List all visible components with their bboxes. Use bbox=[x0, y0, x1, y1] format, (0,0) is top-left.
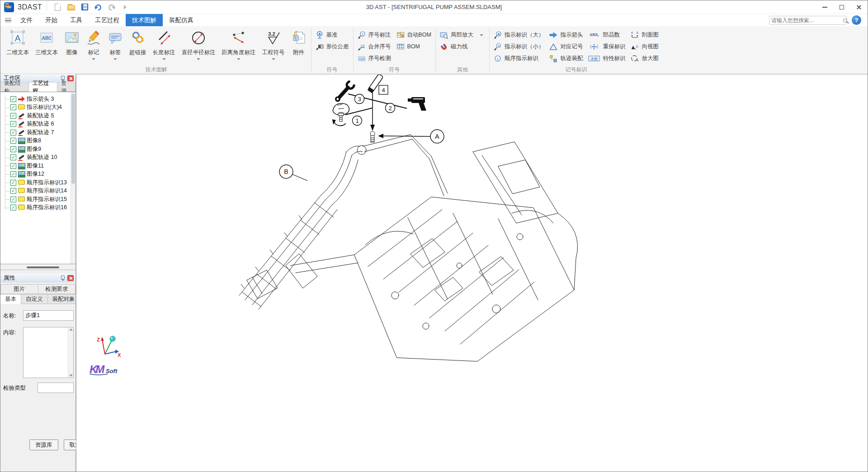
tree-item-checkbox[interactable] bbox=[10, 180, 16, 186]
tree-item-checkbox[interactable] bbox=[10, 96, 16, 102]
image-button[interactable]: 图像 bbox=[61, 27, 83, 56]
track-assembly-button[interactable]: 轨迹装配 bbox=[547, 52, 585, 64]
name-input[interactable] bbox=[23, 310, 74, 321]
tree-item-checkbox[interactable] bbox=[10, 138, 16, 144]
properties-close-button[interactable] bbox=[67, 275, 74, 281]
open-file-button[interactable] bbox=[65, 2, 77, 13]
viewport-canvas[interactable]: 3 4 2 1 A B bbox=[76, 74, 868, 472]
dropdown-caret[interactable] bbox=[113, 58, 117, 60]
tree-item-checkbox[interactable] bbox=[10, 130, 16, 136]
menu-tab[interactable]: 装配仿真 bbox=[163, 14, 200, 26]
workspace-tab[interactable]: 资源 bbox=[57, 83, 75, 91]
pin-icon[interactable] bbox=[60, 75, 65, 81]
tree-item-checkbox[interactable] bbox=[10, 196, 16, 202]
new-file-button[interactable] bbox=[52, 2, 63, 13]
tree-item-checkbox[interactable] bbox=[10, 113, 16, 119]
tab-picture[interactable]: 图片 bbox=[0, 284, 38, 294]
menu-tab[interactable]: 工艺过程 bbox=[89, 14, 126, 26]
sequence-indicator-button[interactable]: 1 顺序指示标识 bbox=[491, 52, 547, 64]
tree-item[interactable]: 顺序指示标识14 bbox=[1, 187, 75, 196]
dropdown-caret[interactable] bbox=[92, 58, 95, 60]
tree-item-checkbox[interactable] bbox=[10, 163, 16, 169]
part-count-button[interactable]: XR/L 部品数 bbox=[585, 29, 628, 41]
tree-item-checkbox[interactable] bbox=[10, 154, 16, 160]
scrollbar-thumb[interactable] bbox=[27, 266, 59, 268]
length-dimension-button[interactable]: 长度标注 bbox=[150, 27, 179, 60]
tree-item[interactable]: 图像8 bbox=[1, 137, 75, 145]
balloon-check-button[interactable]: 123 序号检测 bbox=[355, 52, 394, 64]
magnet-line-button[interactable]: 磁力线 bbox=[437, 41, 486, 52]
balloon-B[interactable]: B bbox=[279, 165, 293, 178]
quickbar-more-button[interactable] bbox=[119, 2, 131, 13]
menu-tab[interactable]: 技术图解 bbox=[126, 14, 163, 26]
tree-item[interactable]: 图像12 bbox=[1, 170, 75, 179]
minimize-button[interactable] bbox=[816, 0, 833, 14]
tree-item[interactable]: 装配轨迹 7 bbox=[1, 128, 75, 137]
balloon-3[interactable]: 3 bbox=[355, 94, 364, 104]
text2d-button[interactable]: A 二维文本 bbox=[3, 27, 32, 56]
balloon-1[interactable]: 1 bbox=[353, 116, 362, 126]
tab-basic[interactable]: 基本 bbox=[0, 294, 21, 304]
tree-item-checkbox[interactable] bbox=[10, 171, 16, 177]
local-zoom-button[interactable]: 局部放大 bbox=[437, 29, 486, 41]
balloon-A[interactable]: A bbox=[430, 130, 444, 143]
tab-assembly-object[interactable]: 装配对象 bbox=[48, 294, 76, 304]
check-type-input[interactable] bbox=[38, 383, 74, 393]
heavy-insurance-mark-button[interactable]: 重保标识 bbox=[585, 41, 628, 52]
dropdown-caret[interactable] bbox=[480, 34, 483, 36]
engineering-symbol-button[interactable]: 3.2 工程符号 bbox=[259, 27, 288, 60]
text3d-button[interactable]: ABC 三维文本 bbox=[32, 27, 61, 56]
search-icon[interactable] bbox=[843, 19, 847, 23]
scroll-up-icon[interactable] bbox=[69, 328, 73, 331]
characteristic-mark-button[interactable]: 水密 特性标识 bbox=[585, 52, 628, 64]
tree-item-checkbox[interactable] bbox=[10, 188, 16, 194]
menu-tab[interactable]: 工具 bbox=[64, 14, 89, 26]
textarea-scrollbar[interactable] bbox=[68, 327, 73, 378]
scrollbar-thumb[interactable] bbox=[71, 93, 75, 184]
tree-horizontal-scrollbar[interactable] bbox=[0, 264, 75, 270]
indicator-mark-large-button[interactable]: A 指示标识（大） bbox=[491, 29, 547, 41]
balloon-2[interactable]: 2 bbox=[386, 103, 395, 113]
mark-button[interactable]: 标记 bbox=[83, 27, 104, 60]
tree-item[interactable]: 装配轨迹 5 bbox=[1, 112, 75, 120]
hyperlink-button[interactable]: 超链接 bbox=[126, 27, 150, 56]
help-button[interactable]: ? bbox=[852, 15, 861, 25]
correspondence-mark-button[interactable]: 对应记号 bbox=[547, 41, 585, 52]
enlarged-view-button[interactable]: A 放大图 bbox=[628, 52, 661, 64]
bom-button[interactable]: BOM bbox=[394, 41, 434, 52]
save-button[interactable] bbox=[79, 2, 90, 13]
tree-item[interactable]: 顺序指示标识16 bbox=[1, 204, 75, 212]
close-button[interactable] bbox=[850, 0, 868, 14]
scroll-down-icon[interactable] bbox=[69, 374, 73, 377]
tree-item[interactable]: 装配轨迹 6 bbox=[1, 120, 75, 129]
tree-vertical-scrollbar[interactable] bbox=[71, 92, 75, 264]
search-input[interactable] bbox=[769, 17, 843, 23]
attachment-button[interactable]: 附件 bbox=[288, 27, 310, 56]
merge-balloon-button[interactable]: 12 合并序号 bbox=[355, 41, 394, 52]
pin-icon[interactable] bbox=[60, 275, 65, 281]
tree-item[interactable]: 指示标识(大)4 bbox=[1, 103, 75, 112]
tree-item[interactable]: 顺序指示标识13 bbox=[1, 178, 75, 187]
search-box[interactable] bbox=[769, 16, 847, 25]
maximize-button[interactable] bbox=[833, 0, 850, 14]
dropdown-caret[interactable] bbox=[272, 58, 275, 60]
tree-item[interactable]: 图像9 bbox=[1, 145, 75, 154]
hamburger-icon[interactable] bbox=[5, 18, 11, 22]
menu-tab[interactable]: 开始 bbox=[39, 14, 64, 26]
workspace-tab[interactable]: 工艺过程 bbox=[29, 83, 57, 92]
tab-inspection-requirements[interactable]: 检测要求 bbox=[38, 284, 76, 294]
balloon-dimension-button[interactable]: 1 序号标注 bbox=[355, 29, 394, 41]
redo-button[interactable] bbox=[106, 2, 118, 13]
undo-button[interactable] bbox=[92, 2, 104, 13]
distance-angle-dimension-button[interactable]: 距离角度标注 bbox=[219, 27, 259, 60]
diameter-radius-dimension-button[interactable]: 直径半径标注 bbox=[179, 27, 219, 60]
section-view-button[interactable]: A A 剖面图 bbox=[628, 29, 661, 41]
auto-bom-button[interactable]: 自动BOM bbox=[394, 29, 434, 41]
datum-button[interactable]: A 基准 bbox=[313, 29, 352, 41]
tree-item-checkbox[interactable] bbox=[10, 146, 16, 152]
tree-item[interactable]: 顺序指示标识15 bbox=[1, 195, 75, 204]
workspace-tab[interactable]: 装配结构 bbox=[0, 83, 29, 91]
indicator-mark-small-button[interactable]: a 指示标识（小） bbox=[491, 41, 547, 52]
balloon-4[interactable]: 4 bbox=[379, 85, 388, 94]
tree-item[interactable]: 装配轨迹 10 bbox=[1, 154, 75, 162]
